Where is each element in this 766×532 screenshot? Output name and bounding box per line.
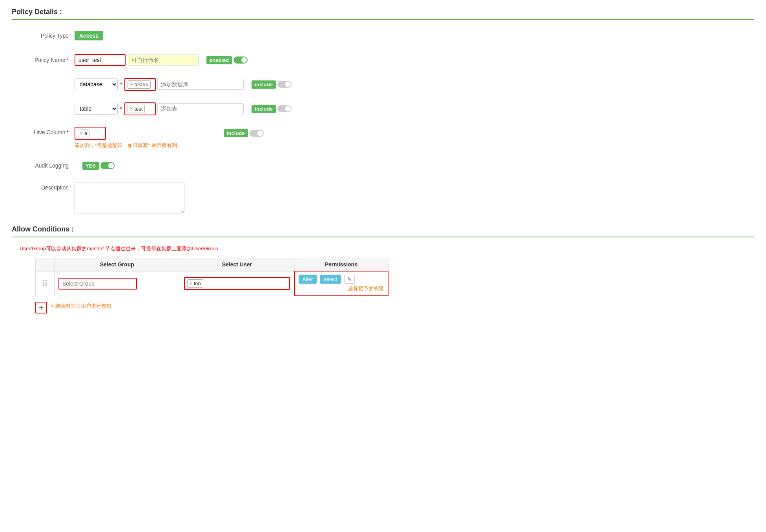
database-tag: × testdb: [128, 80, 150, 89]
hive-column-tag: × a: [78, 129, 89, 137]
condition-row: ⠿ × foo Alter select: [36, 271, 388, 296]
database-row: database * × testdb include: [12, 77, 754, 92]
drag-col-header: [36, 258, 55, 271]
permissions-header: Permissions: [294, 258, 388, 271]
table-tag: × test: [128, 105, 145, 113]
add-row-wrapper: + 可继续对其它用户进行授权: [35, 299, 754, 313]
select-user-cell: × foo: [180, 271, 294, 296]
conditions-table: Select Group Select User Permissions ⠿ ×…: [35, 258, 388, 296]
drag-handle-cell: ⠿: [36, 271, 55, 296]
table-type-select[interactable]: table: [75, 103, 118, 115]
select-permission-button[interactable]: select: [320, 275, 341, 284]
column-include-toggle: include: [224, 129, 264, 137]
table-row: table * × test include: [12, 101, 754, 117]
user-foo-tag: × foo: [187, 279, 203, 288]
table-resource-input[interactable]: [157, 103, 244, 114]
hive-column-label: Hive Column*: [12, 127, 75, 135]
drag-handle-icon[interactable]: ⠿: [40, 279, 50, 288]
select-group-header: Select Group: [55, 258, 180, 271]
permissions-edit-button[interactable]: ✎: [344, 275, 355, 284]
description-row: Description: [12, 182, 754, 213]
hive-column-input-group: × a include 添加列，*号是通配符，如只填写* 表示所有列: [75, 127, 264, 149]
description-label: Description: [12, 182, 75, 191]
pencil-icon: ✎: [347, 276, 352, 282]
allow-conditions-title: Allow Conditions :: [12, 225, 754, 237]
select-group-cell: [55, 271, 180, 296]
table-include-label: include: [252, 105, 276, 113]
database-resource-input[interactable]: [157, 79, 244, 90]
allow-conditions-section: Allow Conditions : User/Group可以自动从集群的mas…: [12, 225, 754, 313]
audit-toggle-switch[interactable]: [100, 162, 115, 169]
policy-details-title: Policy Details :: [12, 8, 754, 20]
database-include-label: include: [252, 80, 276, 89]
policy-name-label: Policy Name*: [12, 57, 75, 63]
select-group-input[interactable]: [58, 278, 137, 290]
policy-details-section: Policy Details : Policy Type Access Poli…: [12, 8, 754, 213]
add-row-hint: 可继续对其它用户进行授权: [50, 302, 111, 310]
audit-logging-row: Audit Logging YES: [12, 158, 754, 173]
policy-name-hint-input[interactable]: [128, 55, 199, 66]
permissions-hint: 选择授予的权限: [299, 285, 384, 292]
column-include-switch[interactable]: [250, 130, 264, 137]
alter-permission-button[interactable]: Alter: [299, 275, 317, 284]
enabled-toggle-wrapper: enabled: [206, 56, 248, 64]
enabled-toggle-label: enabled: [206, 56, 232, 64]
permissions-cell: Alter select ✎ 选择授予的权限: [294, 271, 388, 296]
policy-name-row: Policy Name* enabled: [12, 52, 754, 68]
add-condition-button[interactable]: +: [35, 302, 47, 313]
table-include-toggle: include: [252, 105, 292, 113]
database-tag-input[interactable]: × testdb: [124, 78, 156, 91]
table-tag-input[interactable]: × test: [124, 102, 156, 115]
column-include-label: include: [224, 129, 248, 137]
audit-toggle-wrapper: YES: [82, 162, 115, 170]
hive-column-row: Hive Column* × a include 添加列，*号是通配符，如只填写…: [12, 125, 754, 149]
allow-conditions-hint: User/Group可以自动从集群的master1节点通过过来，可提前在集群上面…: [20, 245, 754, 252]
audit-toggle-label: YES: [82, 162, 99, 170]
policy-type-label: Policy Type: [12, 33, 75, 39]
select-user-header: Select User: [180, 258, 294, 271]
hive-column-hint: 添加列，*号是通配符，如只填写* 表示所有列: [75, 142, 264, 149]
audit-logging-label: Audit Logging: [12, 162, 75, 169]
table-include-switch[interactable]: [277, 105, 292, 112]
policy-type-row: Policy Type Access: [12, 28, 754, 44]
policy-name-input[interactable]: [75, 54, 126, 66]
select-user-tag-input[interactable]: × foo: [184, 277, 290, 290]
description-textarea[interactable]: [75, 182, 184, 213]
policy-type-badge: Access: [75, 31, 103, 40]
hive-column-tag-input[interactable]: × a: [75, 127, 106, 140]
database-include-switch[interactable]: [277, 81, 292, 88]
enabled-toggle-switch[interactable]: [233, 56, 248, 64]
database-type-select[interactable]: database: [75, 78, 118, 90]
database-include-toggle: include: [252, 80, 292, 89]
